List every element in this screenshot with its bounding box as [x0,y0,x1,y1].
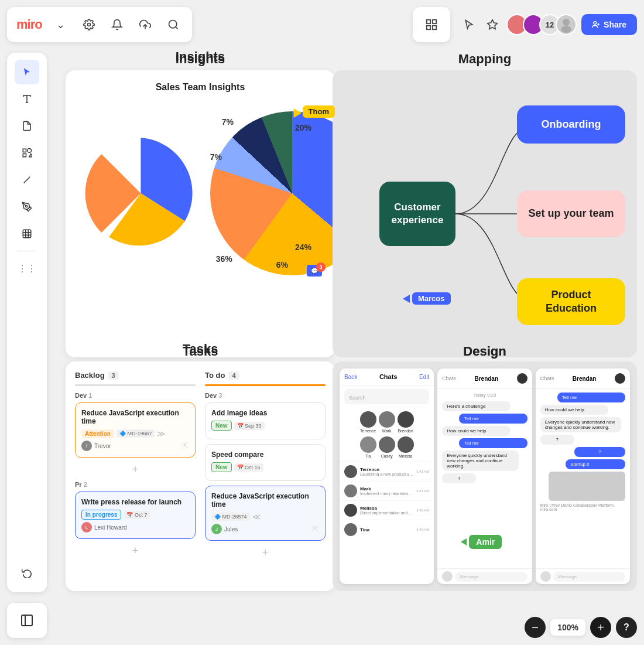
task-avatar-row: T Trevor ⇱ [81,441,189,451]
chevron-down-icon[interactable]: ⌄ [52,15,70,34]
zoom-in-button[interactable]: + [590,617,611,638]
line-tool[interactable] [15,168,39,192]
party-icon[interactable] [483,15,502,34]
task-card-reduce-js[interactable]: Reduce JavaScript execution time Attenti… [75,402,196,458]
avatar-group[interactable]: 12 [506,14,577,35]
date-tag: 📅 Oct 7 [124,511,150,519]
melissa-name: Melissa [360,506,413,511]
message-placeholder: Message [455,572,527,582]
task-tags: Attention 🔷 MD-19667 ≫ [81,429,189,438]
task-card-add-image[interactable]: Add image ideas New 📅 Sep 30 [205,402,326,439]
pie-chart [77,100,204,287]
center-node[interactable]: Customer experience [379,182,455,246]
task-card-press-release[interactable]: Write press release for launch In progre… [75,492,196,539]
task-title-speed: Speed compare [211,451,319,459]
cursor-tool[interactable] [15,60,39,84]
terrence-name: Terrence [360,467,413,472]
message-placeholder-3: Message [553,572,625,582]
pct-20: 20% [295,123,311,132]
task-card-reduce-js-todo[interactable]: Reduce JavaScript execution time 🔷 MD-26… [205,486,326,541]
expand-icon: ≫ [157,429,166,438]
svg-point-10 [561,26,571,33]
task-avatar-row-pr: L Lexi Howard [81,522,189,533]
help-button[interactable]: ? [616,617,637,638]
chats-label-2: Chats [442,376,456,381]
svg-rect-7 [433,26,436,29]
svg-rect-19 [23,230,31,238]
av-brendan [398,411,414,428]
shape-tool[interactable] [15,141,39,165]
left-sidebar: ⋮⋮ [7,53,47,592]
share-button[interactable]: Share [581,14,637,35]
mark-time: 3:41 AM [416,489,429,493]
message-input-3[interactable]: Message [536,568,630,584]
sticky-tool[interactable] [15,114,39,138]
setup-team-node[interactable]: Set up your team [517,190,625,237]
search-bar[interactable]: Search [344,389,429,404]
mapping-header: Mapping [333,52,637,67]
onboarding-node[interactable]: Onboarding [517,105,625,144]
chat-item-melissa[interactable]: Melissa Direct implementation and the de… [340,501,434,520]
undo-tool[interactable] [15,561,39,585]
zoom-out-button[interactable]: − [525,617,546,638]
miro-logo[interactable]: miro [16,17,42,32]
msg3-startup: Startup it [566,459,625,469]
chat-screen-1: Back Chats Edit Search Terrence Mark [340,368,434,584]
new-tag-2: New [211,462,232,472]
chat-item-terrence[interactable]: Terrence Launching a new product as a fu… [340,462,434,482]
grid-icon[interactable] [422,15,441,34]
search-icon[interactable] [164,15,183,34]
lbl-terrence: Terrence [360,429,376,433]
comment-notification[interactable]: 💬 3 [307,265,323,281]
av-tina-list [344,523,357,536]
pie-chart-visual: 36% 24% 20% 7% 7% 6% Thom 💬 3 [204,105,323,281]
msg3-question: ? [574,447,625,457]
text-tool[interactable] [15,87,39,111]
input-avatar [442,571,453,582]
bell-icon[interactable] [108,15,126,34]
pen-tool[interactable] [15,194,39,219]
add-task-backlog[interactable]: + [75,462,196,476]
expand-icon2: ≪ [252,512,261,521]
add-task-pr[interactable]: + [75,544,196,558]
msg-7: 7 [442,473,476,483]
panel-toggle-button[interactable] [7,603,47,638]
svg-point-2 [169,21,176,28]
add-task-todo[interactable]: + [205,545,326,559]
more-tools[interactable]: ⋮⋮ [15,256,39,281]
product-education-node[interactable]: Product Education [517,278,625,325]
task-card-speed[interactable]: Speed compare New 📅 Oct 15 [205,444,326,481]
edit-btn[interactable]: Edit [419,374,429,380]
zoom-controls: − 100% + ? [525,617,637,638]
todo-column: To do 4 Dev 3 Add image ideas New 📅 Sep … [205,371,326,582]
task-title-pr: Write press release for launch [81,498,189,506]
gear-icon[interactable] [80,15,98,34]
msg3-miro-link: Miro | Prev Demo Collaboration Platform.… [540,503,625,511]
task-tags-pr: In progress 📅 Oct 7 [81,510,189,520]
lbl-melissa: Melissa [399,454,413,458]
backlog-divider [75,384,196,386]
message-input-2[interactable]: Message [437,568,532,584]
chat-item-tina[interactable]: Tina 3:42 AM [340,520,434,539]
av-melissa [398,436,414,453]
canvas: Insights Sales Team Insights 36% 24% 20% [54,49,637,603]
chat-screen-2: Chats Brendan Today 9:23 Here's a challe… [437,368,532,584]
contact-tia: Tia [360,436,376,458]
back-btn[interactable]: Back [344,374,357,380]
msg-everyone: Everyone quickly understand new changes … [442,451,519,471]
terrence-time: 3:41 AM [416,470,429,473]
cursor-icon[interactable] [460,15,478,34]
lbl-mark: Mark [382,429,392,433]
brendan-avatar-3 [615,373,625,384]
upload-icon[interactable] [136,15,155,34]
chat-header-2: Chats Brendan [437,368,532,389]
chat-header-1: Back Chats Edit [340,368,434,385]
task-title: Reduce JavaScript execution time [81,409,189,425]
frame-tool[interactable] [15,221,39,246]
chat-item-mark[interactable]: Mark Implement many new ideas and sugges… [340,482,434,501]
terrence-msg: Launching a new product as a fully remot… [360,472,413,476]
input-avatar-3 [540,571,551,582]
svg-marker-8 [488,20,498,29]
lbl-brendan: Brendan [398,429,413,433]
contact-avatars: Terrence Mark Brendan [340,408,434,436]
